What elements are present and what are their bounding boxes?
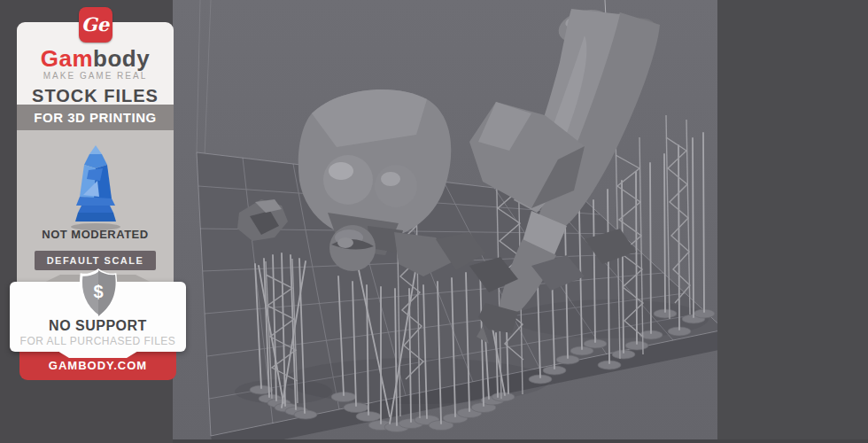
model-head (329, 225, 376, 271)
side-panel-right (717, 0, 868, 443)
support-card: $ NO SUPPORT FOR ALL PURCHASED FILES (10, 282, 186, 352)
dollar-shield-icon: $ (75, 268, 121, 320)
brand-tagline: MAKE GAME REAL (17, 71, 174, 82)
scale-badge: DEFAULT SCALE (35, 251, 157, 270)
shield-glyph: $ (93, 282, 103, 301)
sidebar-subheading: FOR 3D PRINTING (17, 105, 174, 130)
no-support-subtitle: FOR ALL PURCHASED FILES (10, 334, 186, 348)
moderation-status: NOT MODERATED (17, 228, 174, 241)
sidebar-heading: STOCK FILES (17, 86, 174, 106)
brand-name-secondary: body (93, 45, 150, 72)
gambody-logo-icon: Ge (79, 7, 112, 43)
statue-icon (17, 130, 174, 220)
app-window: Ge Gambody MAKE GAME REAL STOCK FILES FO… (0, 0, 868, 443)
brand-name-primary: Gam (41, 45, 93, 72)
brand-name: Gambody (17, 46, 174, 71)
